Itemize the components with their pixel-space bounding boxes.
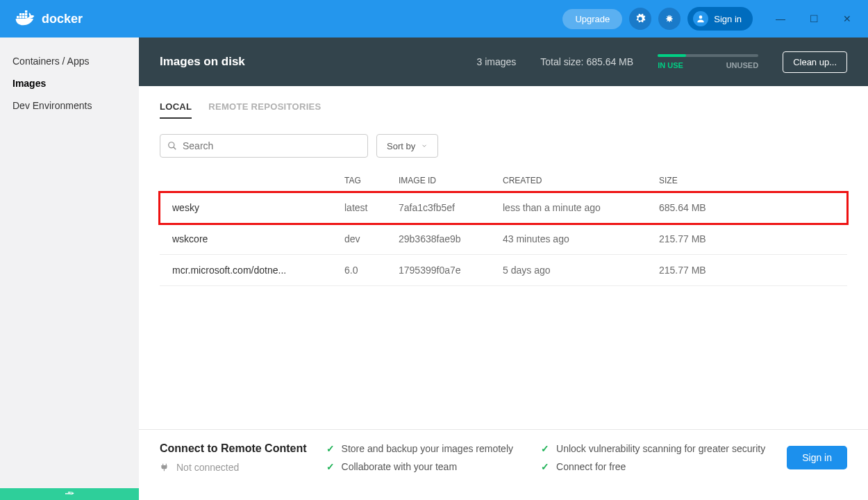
whale-icon (14, 10, 36, 27)
col-tag: TAG (344, 176, 399, 185)
usage-bar: IN USE UNUSED (658, 54, 758, 69)
col-size: SIZE (659, 176, 835, 185)
svg-rect-6 (25, 13, 27, 15)
check-icon: ✓ (326, 461, 335, 472)
sidebar-item-containers[interactable]: Containers / Apps (0, 50, 139, 72)
col-created: CREATED (503, 176, 659, 185)
total-size: Total size: 685.64 MB (540, 56, 633, 67)
status-strip[interactable] (0, 488, 139, 500)
svg-rect-3 (25, 16, 27, 18)
cleanup-button[interactable]: Clean up... (783, 51, 847, 73)
svg-rect-7 (25, 10, 27, 12)
sort-label: Sort by (387, 141, 415, 151)
svg-rect-14 (69, 493, 71, 494)
cell-tag: dev (344, 233, 399, 244)
cell-name: mcr.microsoft.com/dotne... (172, 265, 344, 276)
col-id: IMAGE ID (399, 176, 503, 185)
signin-button[interactable]: Sign in (687, 7, 753, 31)
main: Containers / Apps Images Dev Environment… (0, 38, 868, 488)
svg-rect-1 (19, 16, 22, 18)
whale-icon (63, 490, 76, 499)
sort-button[interactable]: Sort by (376, 134, 438, 158)
cell-id: 7afa1c3fb5ef (399, 202, 503, 213)
cell-tag: 6.0 (344, 265, 399, 276)
titlebar: docker Upgrade Sign in — ☐ ✕ (0, 0, 868, 38)
settings-button[interactable] (629, 8, 651, 30)
cell-name: wskcore (172, 233, 344, 244)
benefit-item: ✓Collaborate with your team (326, 461, 513, 472)
footer-signin-button[interactable]: Sign in (787, 446, 847, 469)
search-input[interactable] (183, 140, 360, 151)
search-box[interactable] (160, 134, 368, 158)
table-header: TAG IMAGE ID CREATED SIZE (160, 166, 847, 192)
user-avatar-icon (693, 11, 708, 26)
check-icon: ✓ (541, 443, 549, 454)
cell-size: 215.77 MB (659, 233, 835, 244)
page-title: Images on disk (160, 55, 245, 69)
gear-icon (635, 13, 646, 24)
svg-rect-5 (22, 13, 24, 15)
image-count: 3 images (476, 56, 516, 67)
unused-label: UNUSED (726, 61, 758, 69)
upgrade-button[interactable]: Upgrade (562, 9, 622, 29)
in-use-label: IN USE (658, 61, 683, 69)
svg-rect-12 (67, 493, 68, 494)
sidebar: Containers / Apps Images Dev Environment… (0, 38, 139, 488)
benefit-item: ✓Store and backup your images remotely (326, 443, 513, 454)
footer-title: Connect to Remote Content (160, 442, 307, 455)
cell-name: wesky (172, 202, 344, 213)
maximize-button[interactable]: ☐ (807, 13, 821, 24)
tab-remote[interactable]: REMOTE REPOSITORIES (208, 101, 321, 119)
toolbar: Sort by (139, 119, 868, 166)
page-header: Images on disk 3 images Total size: 685.… (139, 38, 868, 86)
benefit-item: ✓Unlock vulnerability scanning for great… (541, 443, 765, 454)
svg-rect-15 (68, 492, 69, 493)
header-stats: 3 images Total size: 685.64 MB IN USE UN… (476, 51, 847, 73)
svg-rect-13 (68, 493, 69, 494)
svg-rect-2 (22, 16, 24, 18)
cell-id: 29b3638fae9b (399, 233, 503, 244)
search-icon (167, 141, 177, 151)
titlebar-right: Upgrade Sign in — ☐ ✕ (562, 7, 854, 31)
cell-created: 5 days ago (503, 265, 659, 276)
table-row[interactable]: wskcoredev29b3638fae9b43 minutes ago215.… (160, 224, 847, 255)
svg-line-10 (174, 147, 176, 150)
connection-status: Not connected (160, 462, 307, 473)
cell-created: less than a minute ago (503, 202, 659, 213)
col-name (172, 176, 344, 185)
close-button[interactable]: ✕ (840, 13, 854, 24)
chevron-down-icon (421, 142, 428, 149)
cell-size: 685.64 MB (659, 202, 835, 213)
check-icon: ✓ (541, 461, 549, 472)
signin-label: Sign in (714, 14, 742, 24)
bug-icon (664, 13, 675, 24)
window-controls: — ☐ ✕ (774, 13, 854, 24)
svg-rect-11 (65, 493, 67, 494)
benefit-item: ✓Connect for free (541, 461, 765, 472)
tabs: LOCAL REMOTE REPOSITORIES (139, 86, 868, 119)
remote-content-panel: Connect to Remote Content Not connected … (139, 429, 868, 488)
tab-local[interactable]: LOCAL (160, 101, 192, 119)
troubleshoot-button[interactable] (658, 8, 681, 30)
minimize-button[interactable]: — (774, 13, 787, 24)
app-name: docker (42, 12, 83, 26)
cell-id: 1795399f0a7e (399, 265, 503, 276)
svg-rect-16 (69, 492, 71, 493)
cell-created: 43 minutes ago (503, 233, 659, 244)
svg-rect-4 (19, 13, 22, 15)
cell-size: 215.77 MB (659, 265, 835, 276)
svg-rect-0 (17, 16, 19, 18)
table-row[interactable]: mcr.microsoft.com/dotne...6.01795399f0a7… (160, 255, 847, 286)
check-icon: ✓ (326, 443, 335, 454)
svg-point-8 (699, 15, 703, 19)
sidebar-item-images[interactable]: Images (0, 72, 139, 94)
plug-icon (160, 462, 169, 472)
sidebar-item-dev-environments[interactable]: Dev Environments (0, 94, 139, 117)
table-row[interactable]: weskylatest7afa1c3fb5efless than a minut… (160, 192, 847, 224)
content: Images on disk 3 images Total size: 685.… (139, 38, 868, 488)
svg-point-9 (169, 142, 174, 148)
docker-logo: docker (14, 10, 83, 27)
cell-tag: latest (344, 202, 399, 213)
images-table: TAG IMAGE ID CREATED SIZE weskylatest7af… (139, 166, 868, 286)
